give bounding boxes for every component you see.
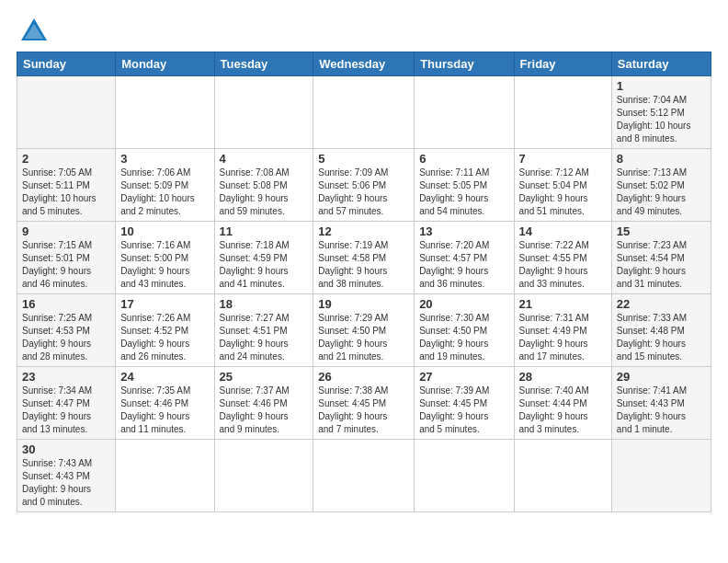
- table-row: 15Sunrise: 7:23 AM Sunset: 4:54 PM Dayli…: [611, 222, 711, 294]
- table-row: 17Sunrise: 7:26 AM Sunset: 4:52 PM Dayli…: [116, 294, 214, 367]
- table-row: [415, 76, 514, 149]
- table-row: 5Sunrise: 7:09 AM Sunset: 5:06 PM Daylig…: [313, 149, 415, 222]
- day-number: 25: [220, 370, 309, 384]
- day-info: Sunrise: 7:27 AM Sunset: 4:51 PM Dayligh…: [220, 312, 309, 363]
- day-number: 15: [617, 224, 706, 238]
- table-row: 25Sunrise: 7:37 AM Sunset: 4:46 PM Dayli…: [214, 367, 313, 440]
- day-info: Sunrise: 7:13 AM Sunset: 5:02 PM Dayligh…: [617, 167, 706, 218]
- day-info: Sunrise: 7:04 AM Sunset: 5:12 PM Dayligh…: [617, 94, 706, 145]
- calendar-header-row: Sunday Monday Tuesday Wednesday Thursday…: [17, 52, 711, 76]
- day-info: Sunrise: 7:39 AM Sunset: 4:45 PM Dayligh…: [419, 385, 508, 436]
- day-info: Sunrise: 7:05 AM Sunset: 5:11 PM Dayligh…: [22, 167, 110, 218]
- day-info: Sunrise: 7:18 AM Sunset: 4:59 PM Dayligh…: [220, 239, 309, 291]
- day-info: Sunrise: 7:41 AM Sunset: 4:43 PM Dayligh…: [617, 385, 706, 436]
- table-row: 8Sunrise: 7:13 AM Sunset: 5:02 PM Daylig…: [611, 149, 711, 222]
- day-info: Sunrise: 7:09 AM Sunset: 5:06 PM Dayligh…: [318, 167, 409, 218]
- day-number: 2: [22, 152, 110, 166]
- day-number: 8: [617, 152, 706, 166]
- day-number: 5: [318, 152, 409, 166]
- day-number: 10: [120, 224, 209, 238]
- table-row: 21Sunrise: 7:31 AM Sunset: 4:49 PM Dayli…: [514, 294, 611, 367]
- col-tuesday: Tuesday: [214, 52, 313, 76]
- table-row: [415, 440, 514, 512]
- table-row: 2Sunrise: 7:05 AM Sunset: 5:11 PM Daylig…: [17, 149, 116, 222]
- day-number: 27: [419, 370, 508, 384]
- day-number: 12: [318, 224, 409, 238]
- table-row: 22Sunrise: 7:33 AM Sunset: 4:48 PM Dayli…: [611, 294, 711, 367]
- table-row: [313, 76, 415, 149]
- table-row: [611, 440, 711, 512]
- col-monday: Monday: [116, 52, 214, 76]
- col-saturday: Saturday: [611, 52, 711, 76]
- col-sunday: Sunday: [17, 52, 116, 76]
- day-number: 7: [519, 152, 607, 166]
- day-number: 19: [318, 297, 409, 311]
- logo-icon: [19, 17, 49, 42]
- day-number: 30: [22, 442, 110, 456]
- day-info: Sunrise: 7:34 AM Sunset: 4:47 PM Dayligh…: [22, 385, 110, 436]
- table-row: [514, 440, 611, 512]
- day-number: 29: [617, 370, 706, 384]
- table-row: 7Sunrise: 7:12 AM Sunset: 5:04 PM Daylig…: [514, 149, 611, 222]
- day-info: Sunrise: 7:29 AM Sunset: 4:50 PM Dayligh…: [318, 312, 409, 363]
- table-row: 9Sunrise: 7:15 AM Sunset: 5:01 PM Daylig…: [17, 222, 116, 294]
- day-info: Sunrise: 7:11 AM Sunset: 5:05 PM Dayligh…: [419, 167, 508, 218]
- day-info: Sunrise: 7:16 AM Sunset: 5:00 PM Dayligh…: [120, 239, 209, 291]
- day-info: Sunrise: 7:37 AM Sunset: 4:46 PM Dayligh…: [220, 385, 309, 436]
- table-row: 28Sunrise: 7:40 AM Sunset: 4:44 PM Dayli…: [514, 367, 611, 440]
- table-row: 1Sunrise: 7:04 AM Sunset: 5:12 PM Daylig…: [611, 76, 711, 149]
- table-row: [313, 440, 415, 512]
- table-row: 27Sunrise: 7:39 AM Sunset: 4:45 PM Dayli…: [415, 367, 514, 440]
- day-info: Sunrise: 7:06 AM Sunset: 5:09 PM Dayligh…: [120, 167, 209, 218]
- day-info: Sunrise: 7:40 AM Sunset: 4:44 PM Dayligh…: [519, 385, 607, 436]
- table-row: 16Sunrise: 7:25 AM Sunset: 4:53 PM Dayli…: [17, 294, 116, 367]
- day-number: 3: [120, 152, 209, 166]
- table-row: 6Sunrise: 7:11 AM Sunset: 5:05 PM Daylig…: [415, 149, 514, 222]
- day-info: Sunrise: 7:15 AM Sunset: 5:01 PM Dayligh…: [22, 239, 110, 291]
- day-number: 22: [617, 297, 706, 311]
- logo-area: [17, 17, 49, 42]
- calendar-week-row: 16Sunrise: 7:25 AM Sunset: 4:53 PM Dayli…: [17, 294, 711, 367]
- day-number: 14: [519, 224, 607, 238]
- day-info: Sunrise: 7:26 AM Sunset: 4:52 PM Dayligh…: [120, 312, 209, 363]
- table-row: [214, 76, 313, 149]
- table-row: [116, 76, 214, 149]
- day-number: 11: [220, 224, 309, 238]
- day-info: Sunrise: 7:22 AM Sunset: 4:55 PM Dayligh…: [519, 239, 607, 291]
- day-info: Sunrise: 7:35 AM Sunset: 4:46 PM Dayligh…: [120, 385, 209, 436]
- table-row: [214, 440, 313, 512]
- day-number: 16: [22, 297, 110, 311]
- table-row: 14Sunrise: 7:22 AM Sunset: 4:55 PM Dayli…: [514, 222, 611, 294]
- table-row: 18Sunrise: 7:27 AM Sunset: 4:51 PM Dayli…: [214, 294, 313, 367]
- calendar-table: Sunday Monday Tuesday Wednesday Thursday…: [17, 52, 711, 512]
- day-number: 28: [519, 370, 607, 384]
- table-row: 29Sunrise: 7:41 AM Sunset: 4:43 PM Dayli…: [611, 367, 711, 440]
- calendar-week-row: 9Sunrise: 7:15 AM Sunset: 5:01 PM Daylig…: [17, 222, 711, 294]
- col-friday: Friday: [514, 52, 611, 76]
- table-row: 3Sunrise: 7:06 AM Sunset: 5:09 PM Daylig…: [116, 149, 214, 222]
- table-row: 11Sunrise: 7:18 AM Sunset: 4:59 PM Dayli…: [214, 222, 313, 294]
- day-info: Sunrise: 7:31 AM Sunset: 4:49 PM Dayligh…: [519, 312, 607, 363]
- table-row: 13Sunrise: 7:20 AM Sunset: 4:57 PM Dayli…: [415, 222, 514, 294]
- calendar-week-row: 30Sunrise: 7:43 AM Sunset: 4:43 PM Dayli…: [17, 440, 711, 512]
- day-number: 26: [318, 370, 409, 384]
- day-info: Sunrise: 7:38 AM Sunset: 4:45 PM Dayligh…: [318, 385, 409, 436]
- table-row: 30Sunrise: 7:43 AM Sunset: 4:43 PM Dayli…: [17, 440, 116, 512]
- day-info: Sunrise: 7:08 AM Sunset: 5:08 PM Dayligh…: [220, 167, 309, 218]
- table-row: 12Sunrise: 7:19 AM Sunset: 4:58 PM Dayli…: [313, 222, 415, 294]
- table-row: 19Sunrise: 7:29 AM Sunset: 4:50 PM Dayli…: [313, 294, 415, 367]
- day-number: 17: [120, 297, 209, 311]
- day-info: Sunrise: 7:20 AM Sunset: 4:57 PM Dayligh…: [419, 239, 508, 291]
- day-info: Sunrise: 7:23 AM Sunset: 4:54 PM Dayligh…: [617, 239, 706, 291]
- day-number: 1: [617, 79, 706, 93]
- day-info: Sunrise: 7:43 AM Sunset: 4:43 PM Dayligh…: [22, 457, 110, 509]
- day-number: 6: [419, 152, 508, 166]
- day-number: 13: [419, 224, 508, 238]
- day-info: Sunrise: 7:33 AM Sunset: 4:48 PM Dayligh…: [617, 312, 706, 363]
- day-number: 9: [22, 224, 110, 238]
- day-info: Sunrise: 7:30 AM Sunset: 4:50 PM Dayligh…: [419, 312, 508, 363]
- col-thursday: Thursday: [415, 52, 514, 76]
- calendar-week-row: 2Sunrise: 7:05 AM Sunset: 5:11 PM Daylig…: [17, 149, 711, 222]
- calendar-week-row: 1Sunrise: 7:04 AM Sunset: 5:12 PM Daylig…: [17, 76, 711, 149]
- table-row: [17, 76, 116, 149]
